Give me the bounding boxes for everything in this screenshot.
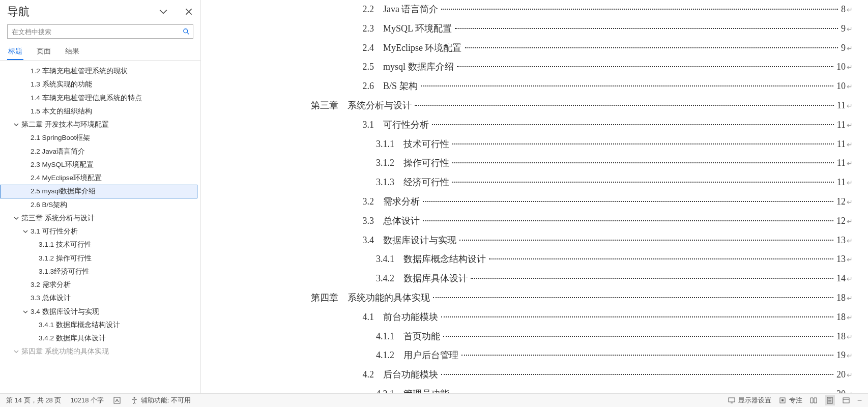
- display-settings-button[interactable]: 显示器设置: [728, 396, 771, 405]
- toc-leader: [421, 85, 833, 86]
- language-icon[interactable]: [113, 396, 121, 404]
- toc-text: 数据库具体设计: [403, 269, 468, 288]
- toc-number: 4.2.1: [211, 385, 394, 393]
- toc-text: MySQL 环境配置: [383, 19, 452, 39]
- toc-leader: [432, 124, 834, 125]
- toc-leader: [471, 278, 833, 279]
- toc-page: 14: [836, 269, 846, 288]
- toc-entry: 第四章系统功能的具体实现18↵: [211, 288, 868, 308]
- toc-page: 11: [837, 154, 846, 173]
- toc-leader: [452, 143, 834, 144]
- toc-page: 12: [836, 192, 846, 212]
- toc-number: 第四章: [211, 288, 338, 308]
- toc-page: 11: [837, 135, 846, 154]
- tree-item-label: 3.1.3经济可行性: [39, 267, 90, 277]
- return-mark: ↵: [847, 214, 853, 229]
- toc-entry: 3.1.1技术可行性11↵: [211, 135, 868, 154]
- accessibility-status[interactable]: 辅助功能: 不可用: [130, 396, 191, 405]
- nav-tree-item[interactable]: 第三章 系统分析与设计: [0, 212, 197, 225]
- nav-tree-item[interactable]: 3.2 需求分析: [0, 278, 197, 292]
- return-mark: ↵: [847, 79, 853, 94]
- nav-tree-item[interactable]: 3.1.2 操作可行性: [0, 252, 197, 265]
- nav-tab-1[interactable]: 页面: [36, 44, 52, 60]
- toc-page: 18: [836, 308, 846, 327]
- nav-tree-item[interactable]: 2.5 mysql数据库介绍: [0, 185, 197, 198]
- toc-number: 4.1.1: [211, 327, 394, 346]
- print-layout-icon[interactable]: [825, 395, 835, 405]
- nav-tree-item[interactable]: 第二章 开发技术与环境配置: [0, 118, 197, 131]
- navigation-pane: 导航 标题页面结果 1.2 车辆充电桩管理系统的现状1.3 系统实现的功能1.4…: [0, 0, 201, 393]
- toc-page: 10: [836, 57, 846, 77]
- toc-entry: 2.5mysql 数据库介绍10↵: [211, 57, 868, 77]
- zoom-out-icon[interactable]: −: [857, 396, 862, 405]
- tree-toggle-icon[interactable]: [12, 121, 20, 129]
- toc-page: 12: [836, 212, 846, 231]
- toc-page: 11: [837, 115, 846, 135]
- toc-page: 11: [837, 173, 846, 192]
- tree-item-label: 1.3 系统实现的功能: [31, 79, 92, 90]
- nav-tree-item[interactable]: 3.1 可行性分析: [0, 225, 197, 238]
- nav-tree-item[interactable]: 2.3 MySQL环境配置: [0, 158, 197, 171]
- nav-tree-item[interactable]: 2.2 Java语言简介: [0, 145, 197, 158]
- toc-entry: 3.2需求分析12↵: [211, 192, 868, 212]
- toc-number: 2.2: [211, 0, 374, 19]
- toc-entry: 2.3MySQL 环境配置9↵: [211, 19, 868, 39]
- toc-page: 11: [837, 96, 846, 115]
- tree-toggle-icon[interactable]: [21, 227, 30, 236]
- nav-tree-item[interactable]: 1.3 系统实现的功能: [0, 78, 197, 91]
- nav-tree-item[interactable]: 3.1.1 技术可行性: [0, 238, 197, 251]
- nav-tree-item[interactable]: 2.6 B/S架构: [0, 198, 197, 212]
- nav-tab-0[interactable]: 标题: [7, 44, 23, 60]
- toc-entry: 3.1.3经济可行性11↵: [211, 173, 868, 192]
- tree-toggle-icon[interactable]: [12, 214, 20, 222]
- toc-entry: 3.3总体设计12↵: [211, 212, 868, 231]
- svg-point-0: [184, 29, 188, 33]
- close-icon[interactable]: [184, 7, 193, 16]
- nav-tree-item[interactable]: 1.5 本文的组织结构: [0, 105, 197, 118]
- tree-toggle-icon[interactable]: [12, 347, 20, 356]
- toc-entry: 4.1前台功能模块18↵: [211, 308, 868, 327]
- toc-text: 后台功能模块: [383, 365, 438, 385]
- nav-header: 导航: [0, 0, 200, 22]
- toc-text: 管理员功能: [403, 385, 449, 393]
- search-icon[interactable]: [180, 25, 193, 38]
- nav-tree-item[interactable]: 2.4 MyEclipse环境配置: [0, 171, 197, 185]
- toc-leader: [423, 220, 833, 221]
- nav-tree-item[interactable]: 3.4.2 数据库具体设计: [0, 332, 197, 345]
- toc-number: 第三章: [211, 96, 338, 115]
- toc-page: 13: [836, 231, 846, 250]
- focus-mode-button[interactable]: 专注: [778, 396, 802, 405]
- tree-item-label: 2.1 SpringBoot框架: [31, 133, 90, 143]
- return-mark: ↵: [847, 310, 853, 325]
- toc-entry: 4.1.1首页功能18↵: [211, 327, 868, 346]
- toc-number: 3.1.3: [211, 173, 394, 192]
- toc-number: 4.1.2: [211, 346, 394, 365]
- toc-leader: [423, 201, 833, 202]
- web-layout-icon[interactable]: [842, 396, 850, 404]
- toc-leader: [415, 105, 834, 106]
- search-input[interactable]: [8, 28, 180, 36]
- nav-tree-item[interactable]: 3.1.3经济可行性: [0, 265, 197, 278]
- nav-tree-item[interactable]: 3.4 数据库设计与实现: [0, 305, 197, 318]
- toc-leader: [461, 355, 833, 356]
- nav-tree-item[interactable]: 1.2 车辆充电桩管理系统的现状: [0, 65, 197, 78]
- toc-page: 18: [836, 327, 846, 346]
- read-mode-icon[interactable]: [809, 396, 818, 404]
- return-mark: ↵: [847, 41, 853, 56]
- toc-text: MyEclipse 环境配置: [383, 39, 462, 58]
- nav-tree-item[interactable]: 3.4.1 数据库概念结构设计: [0, 318, 197, 332]
- tree-item-label: 3.4 数据库设计与实现: [31, 307, 99, 317]
- nav-tree-item[interactable]: 3.3 总体设计: [0, 292, 197, 305]
- tree-toggle-icon[interactable]: [21, 308, 30, 316]
- tree-item-label: 2.6 B/S架构: [31, 200, 67, 210]
- chevron-down-icon[interactable]: [159, 7, 168, 16]
- toc-page: 20: [836, 365, 846, 385]
- nav-tab-2[interactable]: 结果: [64, 44, 80, 60]
- page-indicator[interactable]: 第 14 页，共 28 页: [6, 396, 61, 405]
- toc-leader: [457, 66, 833, 67]
- nav-tree-item[interactable]: 1.4 车辆充电桩管理信息系统的特点: [0, 92, 197, 105]
- toc-entry: 2.6B/S 架构10↵: [211, 77, 868, 96]
- nav-tree-item[interactable]: 第四章 系统功能的具体实现: [0, 345, 197, 358]
- word-count[interactable]: 10218 个字: [70, 396, 104, 405]
- nav-tree-item[interactable]: 2.1 SpringBoot框架: [0, 131, 197, 144]
